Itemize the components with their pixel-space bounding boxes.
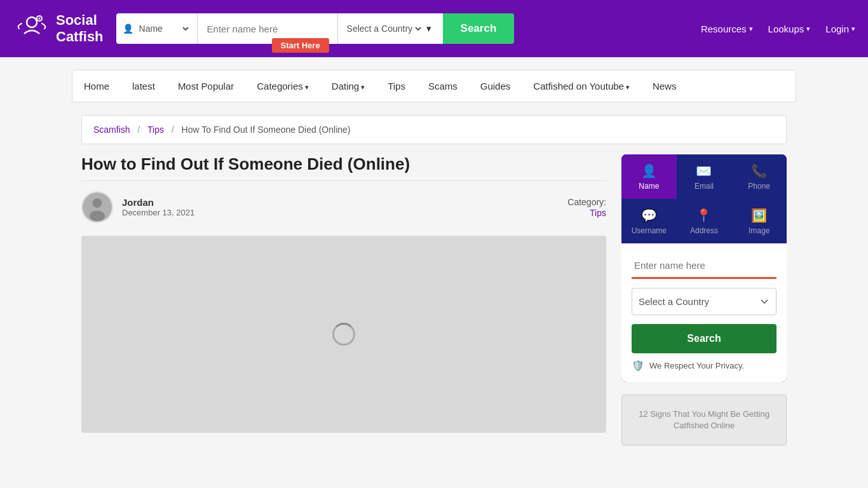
article-featured-image xyxy=(81,236,606,433)
nav-scams[interactable]: Scams xyxy=(417,71,469,102)
widget-tab-phone[interactable]: 📞 Phone xyxy=(731,154,787,199)
nav-latest[interactable]: latest xyxy=(121,71,166,102)
search-bar: 👤 Name Email Phone Username Address Imag… xyxy=(116,13,485,44)
widget-tab-address[interactable]: 📍 Address xyxy=(677,199,732,243)
article-title: How to Find Out If Someone Died (Online) xyxy=(81,154,606,181)
person-icon: 👤 xyxy=(123,24,133,34)
author-name: Jordan xyxy=(122,197,559,208)
main-content: How to Find Out If Someone Died (Online)… xyxy=(72,154,796,464)
site-header: Social Catfish 👤 Name Email Phone Userna… xyxy=(0,0,868,57)
nav-dating[interactable]: Dating▾ xyxy=(320,71,376,102)
search-type-selector[interactable]: 👤 Name Email Phone Username Address Imag… xyxy=(116,13,198,44)
country-select-wrap[interactable]: Select a Country ▾ xyxy=(338,13,438,44)
widget-tab-email[interactable]: ✉️ Email xyxy=(677,154,732,199)
widget-tab-username[interactable]: 💬 Username xyxy=(621,199,677,243)
country-dropdown[interactable]: Select a Country xyxy=(344,23,423,34)
widget-body: Select a Country Search 🛡️ We Respect Yo… xyxy=(621,243,787,382)
image-tab-icon: 🖼️ xyxy=(751,208,767,223)
login-nav-item[interactable]: Login ▾ xyxy=(825,24,855,34)
sidebar: 👤 Name ✉️ Email 📞 Phone 💬 Username 📍 xyxy=(621,154,787,445)
email-tab-label: Email xyxy=(695,182,714,191)
start-here-badge: Start Here xyxy=(271,38,329,53)
nav-tips[interactable]: Tips xyxy=(376,71,417,102)
name-tab-label: Name xyxy=(639,182,659,191)
secondary-nav: Home latest Most Popular Categories▾ Dat… xyxy=(0,70,868,102)
sidebar-image-alt: 12 Signs That You Might Be Getting Catfi… xyxy=(627,409,781,431)
nav-categories[interactable]: Categories▾ xyxy=(245,71,320,102)
widget-search-button[interactable]: Search xyxy=(632,324,776,353)
name-tab-icon: 👤 xyxy=(641,163,657,179)
lookups-dropdown-arrow: ▾ xyxy=(806,25,810,33)
svg-point-5 xyxy=(90,211,105,222)
breadcrumb-sep-1: / xyxy=(137,125,140,135)
widget-tab-name[interactable]: 👤 Name xyxy=(621,154,677,199)
header-search-button[interactable]: Search xyxy=(443,13,515,44)
chevron-down-icon: ▾ xyxy=(426,23,431,34)
widget-privacy: 🛡️ We Respect Your Privacy. xyxy=(632,360,776,372)
breadcrumb-current: How To Find Out If Someone Died (Online) xyxy=(182,125,351,135)
nav-catfished-on-youtube[interactable]: Catfished on Youtube▾ xyxy=(522,71,641,102)
address-tab-label: Address xyxy=(690,226,718,235)
search-widget: 👤 Name ✉️ Email 📞 Phone 💬 Username 📍 xyxy=(621,154,787,382)
svg-point-4 xyxy=(93,198,102,208)
category-label: Category: xyxy=(567,197,606,207)
author-info: Jordan December 13, 2021 xyxy=(122,197,559,217)
header-nav: Resources ▾ Lookups ▾ Login ▾ xyxy=(701,24,855,34)
login-label: Login xyxy=(825,24,849,34)
widget-name-input[interactable] xyxy=(632,254,776,279)
svg-point-0 xyxy=(27,17,37,27)
loading-spinner xyxy=(332,323,355,346)
category-link[interactable]: Tips xyxy=(590,208,606,218)
nav-most-popular[interactable]: Most Popular xyxy=(166,71,245,102)
author-date: December 13, 2021 xyxy=(122,208,559,217)
sidebar-catfished-image[interactable]: 12 Signs That You Might Be Getting Catfi… xyxy=(621,395,787,445)
breadcrumb: Scamfish / Tips / How To Find Out If Som… xyxy=(72,115,796,144)
widget-tab-image[interactable]: 🖼️ Image xyxy=(731,199,787,243)
breadcrumb-tips[interactable]: Tips xyxy=(147,125,164,135)
phone-tab-icon: 📞 xyxy=(751,163,767,179)
resources-nav-item[interactable]: Resources ▾ xyxy=(701,24,753,34)
resources-label: Resources xyxy=(701,24,747,34)
privacy-text: We Respect Your Privacy. xyxy=(649,361,744,370)
logo-text: Social Catfish xyxy=(56,12,104,46)
breadcrumb-scamfish[interactable]: Scamfish xyxy=(93,125,130,135)
address-tab-icon: 📍 xyxy=(696,208,712,223)
nav-guides[interactable]: Guides xyxy=(469,71,522,102)
login-dropdown-arrow: ▾ xyxy=(851,25,855,33)
shield-icon: 🛡️ xyxy=(632,360,644,372)
username-tab-label: Username xyxy=(632,226,667,235)
svg-point-2 xyxy=(39,18,41,20)
author-row: Jordan December 13, 2021 Category: Tips xyxy=(81,191,606,223)
resources-dropdown-arrow: ▾ xyxy=(749,25,753,33)
lookups-nav-item[interactable]: Lookups ▾ xyxy=(768,24,811,34)
site-logo[interactable]: Social Catfish xyxy=(13,10,104,48)
author-avatar xyxy=(81,191,113,223)
username-tab-icon: 💬 xyxy=(641,208,657,223)
nav-home[interactable]: Home xyxy=(72,71,121,102)
nav-news[interactable]: News xyxy=(641,71,688,102)
widget-tabs: 👤 Name ✉️ Email 📞 Phone 💬 Username 📍 xyxy=(621,154,787,243)
image-tab-label: Image xyxy=(749,226,770,235)
article-category: Category: Tips xyxy=(567,197,606,218)
breadcrumb-sep-2: / xyxy=(172,125,174,135)
phone-tab-label: Phone xyxy=(748,182,770,191)
article: How to Find Out If Someone Died (Online)… xyxy=(81,154,606,445)
email-tab-icon: ✉️ xyxy=(696,163,712,179)
lookups-label: Lookups xyxy=(768,24,804,34)
widget-country-select[interactable]: Select a Country xyxy=(632,288,776,315)
search-type-dropdown[interactable]: Name Email Phone Username Address Image xyxy=(137,23,191,34)
